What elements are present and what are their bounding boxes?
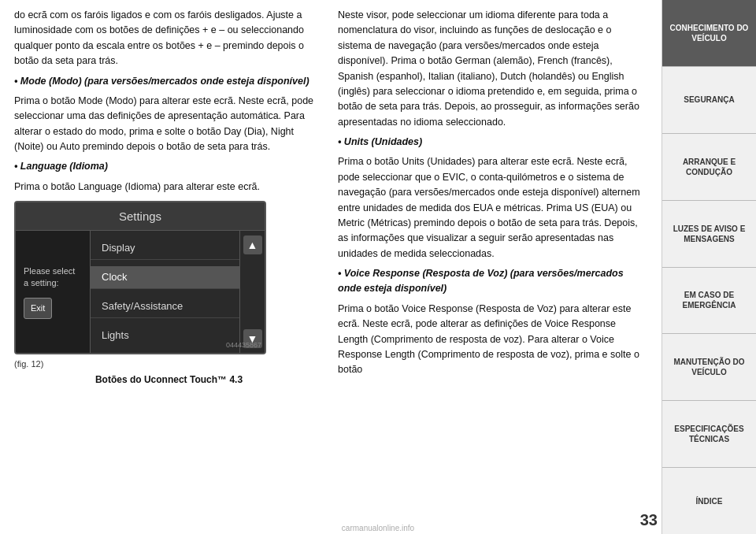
exit-button[interactable]: Exit (24, 298, 52, 319)
voice-heading: • Voice Response (Resposta de Voz) (para… (338, 266, 647, 297)
settings-menu: Display Clock Safety/Assistance Lights (91, 231, 239, 353)
menu-item-display[interactable]: Display (91, 237, 239, 260)
units-heading: • Units (Unidades) (338, 135, 647, 150)
settings-screen: Settings Please select a setting: Exit D… (14, 201, 266, 354)
menu-item-clock[interactable]: Clock (91, 266, 239, 289)
settings-title: Settings (16, 202, 265, 231)
settings-body: Please select a setting: Exit Display Cl… (16, 231, 265, 353)
sidebar-item-luzes[interactable]: LUZES DE AVISO E MENSAGENS (662, 201, 756, 268)
sidebar-nav: CONHECIMENTO DO VEÍCULO SEGURANÇA ARRANQ… (662, 0, 756, 534)
sidebar-item-manutencao[interactable]: MANUTENÇÃO DO VEÍCULO (662, 334, 756, 401)
right-para1: Neste visor, pode seleccionar um idioma … (338, 8, 647, 130)
settings-watermark: 044435867 (226, 340, 261, 351)
sidebar-item-seguranca[interactable]: SEGURANÇA (662, 67, 756, 134)
mode-heading: • Mode (Modo) (para versões/mercados ond… (14, 74, 324, 89)
sidebar-item-indice[interactable]: ÍNDICE (662, 468, 756, 534)
menu-item-lights[interactable]: Lights (91, 324, 239, 347)
language-heading-text: • Language (Idioma) (14, 161, 108, 172)
voice-heading-text: • Voice Response (Resposta de Voz) (para… (338, 268, 624, 294)
fig-title: Botões do Uconnect Touch™ 4.3 (14, 373, 324, 388)
settings-left-panel: Please select a setting: Exit (16, 231, 91, 353)
menu-item-safety[interactable]: Safety/Assistance (91, 295, 239, 318)
language-body: Prima o botão Language (Idioma) para alt… (14, 180, 324, 195)
scroll-up-button[interactable]: ▲ (243, 235, 262, 254)
units-heading-text: • Units (Unidades) (338, 136, 422, 147)
language-heading: • Language (Idioma) (14, 159, 324, 174)
sidebar-item-especificacoes[interactable]: ESPECIFICAÇÕES TÉCNICAS (662, 401, 756, 468)
watermark: carmanualonline.info (342, 524, 414, 532)
mode-body: Prima o botão Mode (Modo) para alterar e… (14, 94, 324, 155)
scroll-buttons: ▲ ▼ (239, 231, 265, 353)
page-number: 33 (640, 511, 658, 529)
sidebar-item-emergencia[interactable]: EM CASO DE EMERGÊNCIA (662, 268, 756, 335)
fig-caption: (fig. 12) (14, 358, 324, 371)
sidebar-item-conhecimento[interactable]: CONHECIMENTO DO VEÍCULO (662, 0, 756, 67)
please-select-label: Please select a setting: (24, 265, 82, 290)
voice-body: Prima o botão Voice Response (Resposta d… (338, 302, 647, 378)
sidebar-item-arranque[interactable]: ARRANQUE E CONDUÇÃO (662, 134, 756, 201)
units-body: Prima o botão Units (Unidades) para alte… (338, 154, 647, 261)
right-column: Neste visor, pode seleccionar um idioma … (338, 8, 647, 526)
mode-heading-text: • Mode (Modo) (para versões/mercados ond… (14, 76, 309, 87)
left-para1: do ecrã com os faróis ligados e com os f… (14, 8, 324, 69)
left-column: do ecrã com os faróis ligados e com os f… (14, 8, 324, 526)
